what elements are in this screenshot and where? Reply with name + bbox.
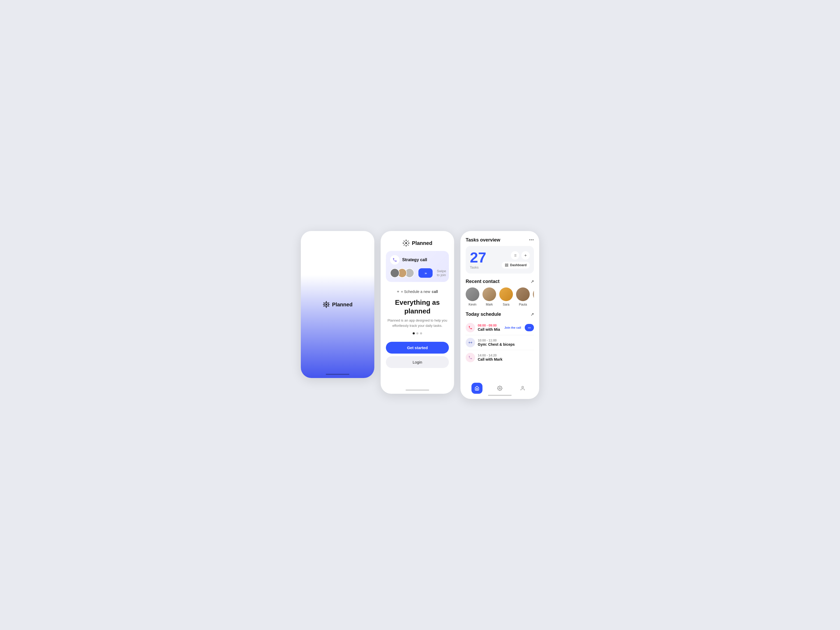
schedule-time-1: 08:00 - 09:00 — [478, 324, 502, 327]
call-title: Strategy call — [402, 257, 427, 262]
svg-rect-23 — [507, 264, 508, 265]
avatar-fifth — [533, 287, 534, 301]
recent-contact-arrow-icon[interactable]: ↗ — [531, 279, 534, 284]
schedule-item-1: 08:00 - 09:00 Call with Mia Join the cal… — [466, 320, 534, 335]
task-count: 27 — [470, 250, 486, 265]
join-arrows-icon: ››› — [528, 326, 531, 329]
avatar-1 — [390, 268, 399, 278]
svg-point-36 — [522, 387, 523, 388]
svg-line-11 — [408, 245, 409, 245]
svg-line-10 — [404, 241, 405, 242]
schedule-item-2: 10:00 - 11:00 Gym: Chest & biceps — [466, 335, 534, 350]
task-label: Tasks — [470, 265, 486, 269]
tasks-count-block: 27 Tasks — [470, 250, 486, 269]
home-indicator-3 — [488, 395, 512, 396]
swipe-button[interactable]: ››› — [418, 268, 433, 278]
planned-logo-icon-2 — [403, 239, 410, 247]
call-phone-icon — [390, 255, 399, 265]
pagination-dots — [413, 332, 422, 335]
list-icon[interactable] — [511, 251, 519, 260]
plus-icon: + — [397, 289, 399, 294]
call-card: Strategy call ››› Swipe to join — [386, 251, 449, 282]
svg-rect-22 — [505, 264, 506, 265]
svg-line-13 — [404, 245, 405, 245]
schedule-time-3: 14:00 - 14:20 — [478, 354, 534, 357]
dashboard-screen: Tasks overview ••• 27 Tasks — [460, 231, 539, 399]
call-swipe-row: ››› Swipe to join — [390, 268, 445, 278]
contact-name-mark: Mark — [486, 303, 493, 306]
today-schedule-header: Today schedule ↗ — [466, 312, 534, 317]
onboarding-logo-text: Planned — [412, 240, 432, 246]
svg-rect-25 — [507, 265, 508, 267]
nav-profile-button[interactable] — [517, 383, 528, 394]
tasks-card-right: Dashboard — [502, 251, 530, 268]
schedule-prefix: + Schedule a new — [401, 289, 430, 294]
task-action-icons — [511, 251, 530, 260]
dot-3 — [420, 332, 422, 335]
onboarding-heading: Everything as planned — [395, 298, 440, 315]
swipe-arrows-icon: ››› — [425, 271, 426, 275]
home-indicator-2 — [406, 390, 429, 391]
schedule-time-2: 10:00 - 11:00 — [478, 339, 534, 342]
nav-home-button[interactable] — [471, 383, 483, 394]
more-options-icon[interactable]: ••• — [529, 237, 534, 243]
call-mia-icon — [466, 323, 475, 332]
onboarding-screen: Planned Strategy call ››› — [381, 231, 454, 394]
svg-point-0 — [325, 304, 327, 305]
dashboard-icon — [505, 263, 508, 267]
join-call-button[interactable]: ››› — [525, 324, 534, 331]
splash-logo: Planned — [323, 301, 352, 308]
avatar-kevin — [466, 287, 479, 301]
splash-screen: Planned — [301, 231, 374, 378]
contact-fifth[interactable]: Ma... — [533, 287, 534, 306]
contact-name-paula: Paula — [519, 303, 527, 306]
contact-name-sara: Sara — [503, 303, 509, 306]
today-schedule-title: Today schedule — [466, 312, 501, 317]
tasks-overview-title: Tasks overview — [466, 237, 501, 243]
schedule-name-1: Call with Mia — [478, 327, 502, 332]
schedule-info-2: 10:00 - 11:00 Gym: Chest & biceps — [478, 339, 534, 346]
recent-contact-title: Recent contact — [466, 279, 499, 284]
svg-point-35 — [499, 388, 501, 389]
dashboard-badge[interactable]: Dashboard — [502, 262, 530, 268]
screens-container: Planned Planned — [301, 231, 539, 399]
planned-logo-icon — [323, 301, 330, 308]
dot-2 — [416, 332, 418, 335]
svg-point-5 — [405, 242, 407, 244]
gym-icon — [466, 338, 475, 347]
schedule-item-3: 14:00 - 14:20 Call with Mark — [466, 350, 534, 365]
login-button[interactable]: Login — [386, 356, 449, 368]
contacts-row: Kevin Mark Sara Paula Ma... — [466, 287, 534, 306]
contact-mark[interactable]: Mark — [483, 287, 496, 306]
bottom-nav — [466, 380, 534, 394]
call-card-header: Strategy call — [390, 255, 445, 265]
contact-sara[interactable]: Sara — [499, 287, 513, 306]
dot-1 — [413, 332, 415, 335]
svg-rect-24 — [505, 265, 506, 267]
today-schedule-arrow-icon[interactable]: ↗ — [531, 312, 534, 317]
contact-paula[interactable]: Paula — [516, 287, 530, 306]
home-indicator-1 — [326, 374, 349, 375]
avatar-mark — [483, 287, 496, 301]
schedule-new-call[interactable]: + + Schedule a new call — [397, 289, 438, 294]
dashboard-label: Dashboard — [510, 263, 527, 267]
swipe-label: Swipe to join — [437, 269, 446, 277]
schedule-info-1: 08:00 - 09:00 Call with Mia — [478, 324, 502, 332]
schedule-info-3: 14:00 - 14:20 Call with Mark — [478, 354, 534, 362]
schedule-bold: call — [432, 289, 438, 294]
avatar-paula — [516, 287, 530, 301]
get-started-button[interactable]: Get started — [386, 342, 449, 354]
onboarding-logo: Planned — [403, 239, 432, 247]
join-the-call-label: Join the call — [504, 326, 521, 329]
add-icon[interactable] — [521, 251, 530, 260]
contact-kevin[interactable]: Kevin — [466, 287, 479, 306]
tasks-overview-header: Tasks overview ••• — [466, 237, 534, 243]
recent-contact-header: Recent contact ↗ — [466, 279, 534, 284]
schedule-name-2: Gym: Chest & biceps — [478, 342, 534, 346]
onboarding-subtitle: Planned is an app designed to help you e… — [386, 318, 449, 328]
nav-settings-button[interactable] — [494, 383, 505, 394]
contact-name-kevin: Kevin — [469, 303, 477, 306]
tasks-card: 27 Tasks — [466, 246, 534, 273]
svg-line-12 — [408, 241, 409, 242]
schedule-name-3: Call with Mark — [478, 357, 534, 362]
